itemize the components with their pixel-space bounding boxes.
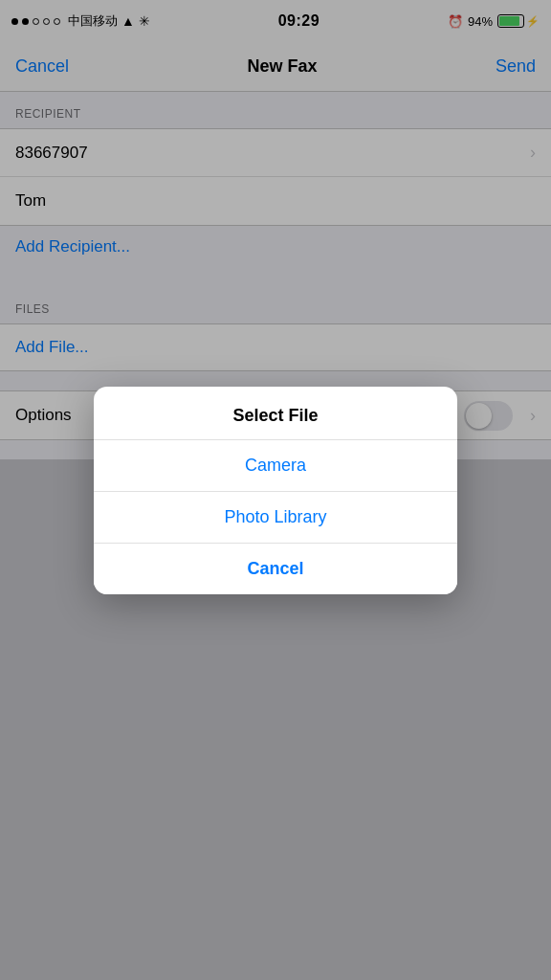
modal-title-section: Select File (94, 387, 457, 440)
modal-overlay: Select File Camera Photo Library Cancel (0, 0, 551, 980)
camera-button[interactable]: Camera (94, 440, 457, 492)
photo-library-button[interactable]: Photo Library (94, 492, 457, 544)
modal-title: Select File (232, 406, 318, 425)
select-file-modal: Select File Camera Photo Library Cancel (94, 387, 457, 594)
modal-cancel-button[interactable]: Cancel (94, 544, 457, 594)
